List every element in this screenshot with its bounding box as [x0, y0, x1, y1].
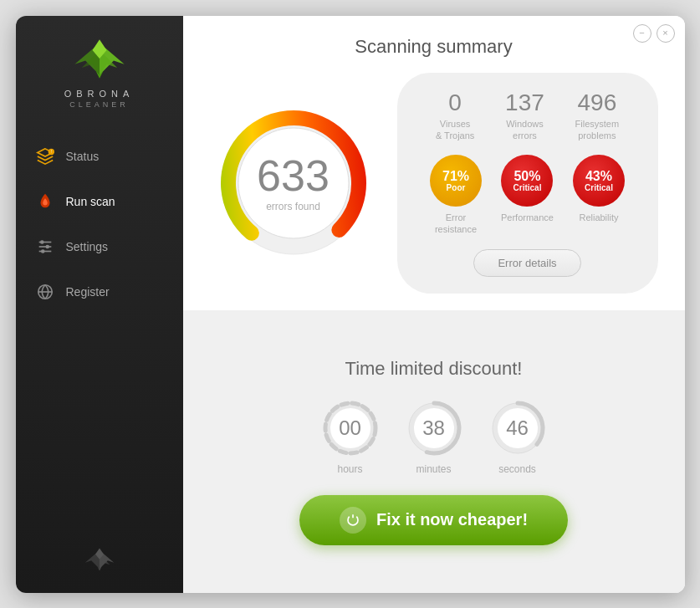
- countdown: 00 hours 38 minutes: [320, 398, 548, 475]
- stats-panel: 0 Viruses& Trojans 137 Windowserrors 496…: [397, 73, 658, 294]
- svg-text:!: !: [50, 150, 51, 154]
- scan-title: Scanning summary: [210, 36, 658, 58]
- badge-label-0: Errorresistance: [435, 212, 477, 236]
- footer-logo-icon: [83, 546, 116, 573]
- svg-point-12: [45, 244, 49, 248]
- sidebar-label-register: Register: [66, 285, 110, 299]
- seconds-value: 46: [506, 416, 529, 440]
- svg-point-11: [40, 240, 44, 244]
- stat-windows-errors: 137 Windowserrors: [505, 89, 544, 142]
- logo-area: OBRONA CLEANER: [64, 16, 135, 125]
- app-window: OBRONA CLEANER ! Status: [16, 16, 685, 593]
- layers-icon: !: [36, 147, 54, 166]
- error-details-button[interactable]: Error details: [473, 249, 580, 277]
- badge-error-resistance: 71% Poor Errorresistance: [430, 155, 482, 236]
- sidebar-label-settings: Settings: [66, 240, 109, 253]
- windows-errors-count: 137: [505, 89, 544, 116]
- badge-reliability: 43% Critical Reliability: [573, 155, 625, 236]
- logo-name: OBRONA: [64, 89, 135, 99]
- countdown-dial-hours: 00: [320, 398, 381, 458]
- viruses-count: 0: [436, 89, 474, 116]
- svg-point-13: [40, 249, 44, 253]
- countdown-minutes: 38 minutes: [404, 398, 464, 475]
- hours-value: 00: [339, 416, 361, 440]
- countdown-seconds: 46 seconds: [488, 398, 548, 475]
- sidebar: OBRONA CLEANER ! Status: [16, 16, 183, 593]
- fix-now-button[interactable]: Fix it now cheaper!: [299, 495, 568, 545]
- filesystem-label: Filesystemproblems: [575, 118, 620, 142]
- badge-label-2: Reliability: [579, 212, 618, 223]
- scan-body: 633 errors found 0 Viruses& Trojans 137 …: [210, 73, 658, 294]
- globe-icon: [36, 283, 54, 301]
- badge-percent-1: 50%: [514, 170, 540, 183]
- scan-panel: Scanning summary: [183, 16, 685, 310]
- stat-filesystem: 496 Filesystemproblems: [575, 89, 620, 142]
- filesystem-count: 496: [575, 89, 620, 116]
- stats-counts: 0 Viruses& Trojans 137 Windowserrors 496…: [421, 89, 635, 142]
- sidebar-footer: [66, 529, 133, 593]
- errors-count: 633: [257, 154, 330, 197]
- viruses-label: Viruses& Trojans: [436, 118, 474, 142]
- flame-icon: [36, 192, 54, 211]
- countdown-dial-seconds: 46: [488, 398, 548, 458]
- stat-viruses: 0 Viruses& Trojans: [436, 89, 474, 142]
- gauge-container: 633 errors found: [210, 100, 377, 267]
- badge-label-1: Performance: [501, 212, 554, 223]
- logo-sub: CLEANER: [69, 100, 129, 109]
- discount-panel: Time limited discount! 00 hours: [183, 310, 685, 593]
- countdown-dial-minutes: 38: [404, 398, 464, 458]
- badge-status-1: Critical: [514, 183, 542, 192]
- nav-menu: ! Status Run scan: [16, 134, 183, 314]
- window-controls: − ×: [633, 24, 675, 43]
- main-content: − × Scanning summary: [183, 16, 685, 593]
- sidebar-item-run-scan[interactable]: Run scan: [16, 179, 183, 224]
- sidebar-item-register[interactable]: Register: [16, 269, 183, 314]
- badge-status-2: Critical: [585, 183, 613, 192]
- sidebar-label-status: Status: [66, 150, 100, 163]
- windows-errors-label: Windowserrors: [505, 118, 544, 142]
- sidebar-label-run-scan: Run scan: [66, 195, 115, 208]
- power-icon: [340, 507, 366, 534]
- badge-circle-critical-1: 50% Critical: [501, 155, 553, 207]
- badge-circle-critical-2: 43% Critical: [573, 155, 625, 207]
- badge-percent-0: 71%: [442, 170, 469, 183]
- sidebar-item-status[interactable]: ! Status: [16, 134, 183, 179]
- minutes-value: 38: [422, 416, 445, 440]
- close-button[interactable]: ×: [657, 24, 675, 43]
- hours-label: hours: [337, 463, 362, 475]
- gauge-center: 633 errors found: [257, 154, 330, 212]
- sliders-icon: [36, 238, 54, 256]
- badge-percent-2: 43%: [585, 170, 612, 183]
- errors-label: errors found: [257, 201, 330, 212]
- badge-status-0: Poor: [447, 183, 466, 192]
- discount-title: Time limited discount!: [345, 358, 523, 380]
- sidebar-item-settings[interactable]: Settings: [16, 224, 183, 269]
- seconds-label: seconds: [498, 463, 536, 475]
- stats-badges: 71% Poor Errorresistance 50% Critical Pe: [421, 155, 635, 236]
- fix-btn-label: Fix it now cheaper!: [376, 510, 528, 529]
- minimize-button[interactable]: −: [633, 24, 651, 43]
- logo-icon: [70, 36, 129, 82]
- countdown-hours: 00 hours: [320, 398, 381, 475]
- badge-performance: 50% Critical Performance: [501, 155, 554, 236]
- badge-circle-poor: 71% Poor: [430, 155, 482, 207]
- minutes-label: minutes: [416, 463, 451, 475]
